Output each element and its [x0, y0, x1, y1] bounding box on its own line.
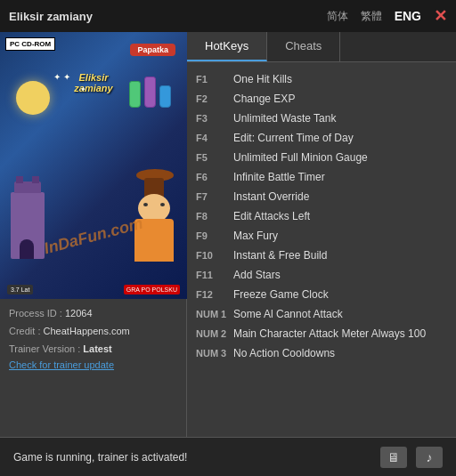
hotkey-row-12: F12Freeze Game Clock: [196, 285, 447, 304]
lang-traditional-button[interactable]: 繁體: [361, 9, 382, 24]
process-id-value: 12064: [65, 308, 93, 319]
hotkey-row-5: F5Unlimited Full Minion Gauge: [196, 148, 447, 167]
bottle-blue: [159, 85, 171, 108]
hotkey-key-15: NUM 3: [196, 346, 233, 361]
hotkey-row-4: F4Edit: Current Time of Day: [196, 128, 447, 148]
lang-english-button[interactable]: ENG: [395, 9, 421, 23]
process-id-label: Process ID :: [9, 308, 62, 319]
hotkey-row-8: F8Edit Attacks Left: [196, 206, 447, 226]
lang-simplified-button[interactable]: 简体: [327, 9, 348, 24]
hotkey-desc-6: Infinite Battle Timer: [233, 169, 325, 185]
bottom-icons: 🖥 ♪: [380, 447, 443, 468]
cover-inner: PC CD-ROM Papatka Eliksirzamiany ✦ ✦ ✦: [0, 32, 187, 299]
hotkey-row-6: F6Infinite Battle Timer: [196, 167, 447, 187]
credit-value: CheatHappens.com: [44, 326, 130, 336]
hotkey-key-13: NUM 1: [196, 307, 233, 322]
process-id-row: Process ID : 12064: [9, 308, 177, 319]
bottom-bar: Game is running, trainer is activated! 🖥…: [0, 437, 456, 476]
tabs-row: HotKeys Cheats: [187, 32, 456, 62]
hotkey-desc-14: Main Character Attack Meter Always 100: [233, 326, 426, 342]
window-title: Eliksir zamiany: [9, 10, 93, 23]
pc-cd-rom-badge: PC CD-ROM: [5, 37, 55, 51]
hotkey-row-2: F2Change EXP: [196, 89, 447, 109]
title-bar-controls: 简体 繁體 ENG ✕: [327, 6, 447, 26]
hotkey-row-7: F7Instant Override: [196, 187, 447, 206]
hotkey-desc-7: Instant Override: [233, 189, 309, 205]
hotkey-row-14: NUM 2Main Character Attack Meter Always …: [196, 324, 447, 343]
hotkey-key-14: NUM 2: [196, 327, 233, 342]
hotkey-desc-13: Some Al Cannot Attack: [233, 306, 343, 322]
tab-hotkeys[interactable]: HotKeys: [187, 32, 267, 61]
music-icon[interactable]: ♪: [416, 447, 443, 468]
hotkey-row-1: F1One Hit Kills: [196, 69, 447, 89]
cover-language: GRA PO POLSKU: [124, 285, 180, 294]
title-bar: Eliksir zamiany 简体 繁體 ENG ✕: [0, 0, 456, 32]
update-link[interactable]: Check for trainer update: [9, 359, 114, 370]
update-link-row[interactable]: Check for trainer update: [9, 359, 177, 370]
hotkey-row-9: F9Max Fury: [196, 226, 447, 246]
hotkey-row-11: F11Add Stars: [196, 265, 447, 285]
game-logo-badge: Papatka: [130, 44, 175, 56]
char-eye-left: [143, 203, 148, 206]
castle-tower-right: [32, 176, 39, 183]
hotkeys-list: F1One Hit KillsF2Change EXPF3Unlimited W…: [187, 62, 456, 437]
left-panel: PC CD-ROM Papatka Eliksirzamiany ✦ ✦ ✦: [0, 32, 187, 437]
hotkey-key-7: F7: [196, 190, 233, 205]
hotkey-desc-10: Instant & Free Build: [233, 247, 327, 263]
hotkey-key-12: F12: [196, 287, 233, 303]
trainer-value: Latest: [83, 343, 111, 354]
hotkey-desc-15: No Action Cooldowns: [233, 345, 335, 361]
tab-cheats[interactable]: Cheats: [267, 32, 340, 61]
hotkey-key-10: F10: [196, 248, 233, 263]
credit-label: Credit :: [9, 326, 40, 336]
bottle-green: [129, 81, 141, 108]
main-content: PC CD-ROM Papatka Eliksirzamiany ✦ ✦ ✦: [0, 32, 456, 437]
hotkey-key-9: F9: [196, 229, 233, 244]
hotkey-desc-3: Unlimited Waste Tank: [233, 110, 336, 126]
hotkey-key-4: F4: [196, 131, 233, 146]
hotkey-key-8: F8: [196, 209, 233, 224]
hotkey-row-3: F3Unlimited Waste Tank: [196, 109, 447, 128]
cover-bottom-info: 3.7 Lat GRA PO POLSKU: [0, 285, 187, 294]
hotkey-key-5: F5: [196, 150, 233, 165]
hotkey-row-10: F10Instant & Free Build: [196, 246, 447, 265]
hotkey-row-13: NUM 1Some Al Cannot Attack: [196, 304, 447, 324]
hotkey-row-15: NUM 3No Action Cooldowns: [196, 343, 447, 363]
hotkey-desc-12: Freeze Game Clock: [233, 286, 329, 303]
hotkey-desc-2: Change EXP: [233, 91, 295, 107]
info-section: Process ID : 12064 Credit : CheatHappens…: [0, 299, 186, 437]
char-eye-right: [160, 203, 165, 206]
game-cover: PC CD-ROM Papatka Eliksirzamiany ✦ ✦ ✦: [0, 32, 187, 299]
castle-tower-left: [16, 176, 23, 183]
star-decoration: ✦ ✦: [53, 72, 70, 82]
credit-row: Credit : CheatHappens.com: [9, 326, 177, 336]
hotkey-desc-1: One Hit Kills: [233, 71, 292, 87]
hotkey-key-1: F1: [196, 72, 233, 87]
hotkey-key-11: F11: [196, 268, 233, 283]
hotkey-desc-9: Max Fury: [233, 228, 278, 244]
hotkey-key-6: F6: [196, 170, 233, 185]
cover-rating: 3.7 Lat: [7, 285, 33, 294]
hotkey-desc-11: Add Stars: [233, 267, 281, 283]
hotkey-key-3: F3: [196, 111, 233, 126]
star-decoration2: ✦: [80, 85, 86, 93]
hotkey-desc-4: Edit: Current Time of Day: [233, 130, 354, 146]
trainer-version-row: Trainer Version : Latest: [9, 343, 177, 354]
moon-decoration: [16, 81, 50, 115]
status-text: Game is running, trainer is activated!: [13, 451, 187, 464]
right-panel: HotKeys Cheats F1One Hit KillsF2Change E…: [187, 32, 456, 437]
hotkey-key-2: F2: [196, 92, 233, 107]
hotkey-desc-8: Edit Attacks Left: [233, 208, 310, 224]
bottle-purple: [144, 77, 156, 108]
close-button[interactable]: ✕: [434, 6, 447, 26]
monitor-icon[interactable]: 🖥: [380, 447, 407, 468]
trainer-label: Trainer Version :: [9, 343, 80, 354]
hotkey-desc-5: Unlimited Full Minion Gauge: [233, 149, 368, 165]
bottles-group: [129, 77, 171, 108]
